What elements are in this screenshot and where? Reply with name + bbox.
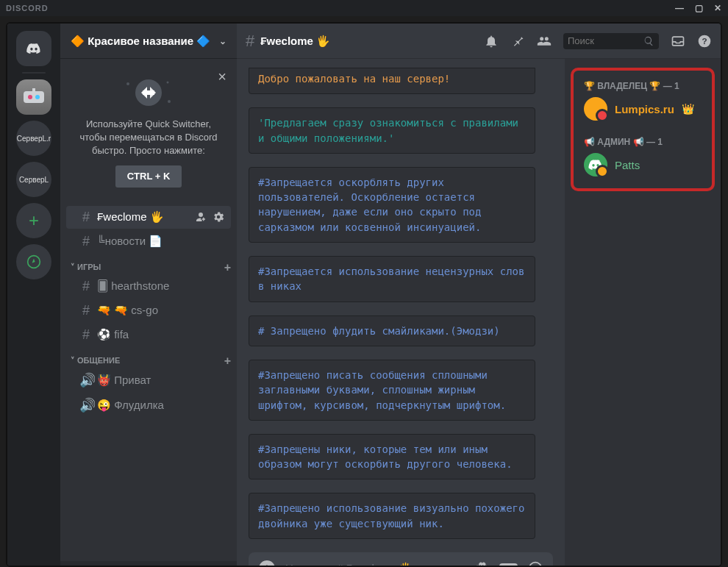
quick-switcher-art [75, 75, 222, 110]
message: #Запрещено использование визуально похож… [249, 493, 535, 539]
hash-icon: # [79, 303, 93, 318]
svg-point-2 [35, 95, 40, 99]
svg-rect-3 [32, 88, 35, 91]
window-minimize[interactable]: — [675, 3, 685, 13]
channel-label: ₣weclome 🖐 [97, 210, 164, 224]
channel-label: 🂠 hearthstone [97, 279, 169, 293]
server-list: СерверL.r СерверL + [7, 24, 60, 567]
app-title: DISCORD [6, 4, 49, 13]
role-header-admin: 📢 АДМИН 📢 — 1 [579, 131, 706, 150]
members-icon[interactable] [537, 34, 552, 49]
channel-news[interactable]: # ╚новости 📄 [66, 230, 231, 253]
add-channel-icon[interactable]: + [224, 354, 231, 368]
channel-label: 👹 Приват [97, 374, 151, 387]
help-icon[interactable]: ? [697, 34, 712, 49]
crown-icon: 👑 [682, 103, 694, 115]
voice-private[interactable]: 🔊👹 Приват [66, 368, 231, 392]
message-scroller: Добро пожаловать на наш сервер! 'Предлаг… [237, 59, 565, 552]
channel-label: ╚новости 📄 [97, 235, 163, 248]
channel-label: 🔫 🔫 cs-go [97, 304, 158, 317]
speaker-icon: 🔊 [79, 397, 93, 413]
message: #Запрещено писать сообщения сплошными за… [249, 360, 535, 421]
server-name: 🔶 Красивое название 🔷 [71, 35, 210, 48]
voice-flood[interactable]: 🔊😜 Флудилка [66, 393, 231, 417]
role-header-owner: 🏆 ВЛАДЕЛЕЦ 🏆 — 1 [579, 75, 706, 94]
server-avatar[interactable]: СерверL [16, 162, 51, 197]
hash-icon: # [79, 234, 93, 249]
window-maximize[interactable]: ▢ [695, 3, 704, 13]
message: # Запрещено флудить смайликами.(Эмодзи) [249, 315, 535, 346]
channel-weclome[interactable]: # ₣weclome 🖐 [66, 206, 231, 229]
pin-icon[interactable] [510, 34, 525, 49]
hash-icon: # [79, 279, 93, 294]
close-icon[interactable]: × [218, 66, 226, 87]
svg-rect-0 [24, 91, 44, 103]
channel-label: ⚽ fifa [97, 328, 129, 341]
add-channel-icon[interactable]: + [224, 261, 231, 274]
input-placeholder: Написать # ₣weclome 🖐 [285, 562, 464, 567]
server-avatar[interactable] [16, 79, 51, 115]
bell-icon[interactable] [484, 34, 499, 49]
search-icon [643, 35, 654, 48]
gift-icon[interactable] [474, 561, 489, 567]
member-list: 🏆 ВЛАДЕЛЕЦ 🏆 — 1 Lumpics.ru 👑 📢 АДМИН 📢 … [565, 59, 721, 567]
hash-icon: # [246, 32, 254, 51]
home-button[interactable] [16, 31, 51, 66]
channel-csgo[interactable]: #🔫 🔫 cs-go [66, 299, 231, 322]
category-games[interactable]: ˅ ИГРЫ + [60, 254, 237, 274]
category-talk[interactable]: ˅ ОБЩЕНИЕ + [60, 347, 237, 368]
channel-label: 😜 Флудилка [97, 399, 164, 412]
svg-point-8 [167, 82, 169, 84]
member-name: Lumpics.ru [615, 103, 674, 115]
message: #Запрещены ники, которые тем или иным об… [249, 434, 535, 480]
chevron-down-icon: ⌄ [219, 36, 226, 46]
add-server-button[interactable]: + [16, 203, 51, 238]
channel-header: # ₣weclome 🖐 ? [237, 24, 721, 59]
quick-switcher-card: × Используйте Quick Switcher, чтобы пере… [66, 65, 231, 199]
inbox-icon[interactable] [671, 34, 685, 49]
message: #Запрещается оскорблять других пользоват… [249, 167, 535, 243]
quick-switcher-text: Используйте Quick Switcher, чтобы переме… [75, 118, 222, 158]
emoji-icon[interactable] [528, 561, 543, 567]
hash-icon: # [79, 327, 93, 343]
message: 'Предлагаем сразу ознакомиться с правила… [249, 107, 535, 154]
attach-button[interactable]: + [259, 560, 275, 567]
speaker-icon: 🔊 [79, 372, 93, 388]
message-input[interactable]: + Написать # ₣weclome 🖐 GIF [249, 552, 553, 567]
svg-point-7 [168, 100, 171, 103]
channel-fifa[interactable]: #⚽ fifa [66, 324, 231, 346]
svg-point-6 [126, 82, 129, 85]
search-field[interactable] [568, 35, 639, 46]
gif-button[interactable]: GIF [499, 563, 518, 567]
channel-title: ₣weclome 🖐 [260, 35, 330, 48]
server-avatar[interactable]: СерверL.r [16, 121, 51, 156]
svg-text:?: ? [702, 36, 707, 46]
gear-icon[interactable] [212, 210, 225, 224]
svg-point-1 [28, 95, 32, 99]
member-name: Patts [615, 159, 640, 171]
search-input[interactable] [563, 33, 659, 49]
member-avatar [584, 97, 607, 121]
member-avatar [584, 153, 607, 176]
channel-hearthstone[interactable]: #🂠 hearthstone [66, 275, 231, 298]
invite-icon[interactable] [194, 210, 207, 224]
user-panel: Lumpics.ru #2719 [60, 561, 237, 567]
svg-point-12 [529, 563, 542, 567]
member-row[interactable]: Patts [579, 150, 706, 179]
message: #Запрещается использование нецензурных с… [249, 256, 535, 302]
hash-icon: # [79, 210, 93, 225]
member-row[interactable]: Lumpics.ru 👑 [579, 94, 706, 124]
explore-button[interactable] [16, 244, 51, 279]
window-close[interactable]: ✕ [714, 3, 722, 13]
server-header[interactable]: 🔶 Красивое название 🔷 ⌄ [60, 24, 237, 59]
message: Добро пожаловать на наш сервер! [249, 68, 535, 94]
quick-switcher-button[interactable]: CTRL + K [115, 165, 182, 188]
